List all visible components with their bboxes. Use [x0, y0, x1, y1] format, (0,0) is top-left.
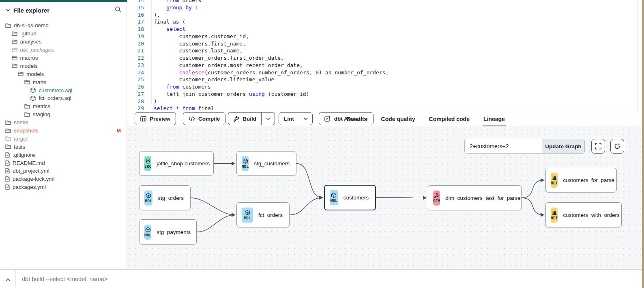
chevron-down-icon[interactable] [6, 9, 10, 12]
code-line-26[interactable]: 26 from customers [127, 83, 634, 91]
main-panel: 14 from orders15 group by 116),17final a… [127, 0, 642, 269]
tree-item-label: models [20, 63, 38, 69]
refresh-button[interactable] [610, 139, 624, 154]
code-line-17[interactable]: 17final as ( [127, 18, 634, 26]
editor-scrollbar-divider [637, 0, 638, 111]
node-badge-src: SRC [144, 156, 151, 171]
code-line-16[interactable]: 16), [127, 11, 634, 19]
tree-item-marts[interactable]: marts [0, 78, 127, 86]
code-line-19[interactable]: 19 customers.customer_id, [127, 33, 634, 40]
tree-item-label: .github [20, 30, 36, 37]
tab-results[interactable]: Results [346, 111, 368, 127]
preview-button[interactable]: Preview [135, 112, 176, 125]
compile-button[interactable]: Compile [183, 112, 225, 125]
build-dropdown[interactable] [261, 113, 275, 125]
model-cube-icon [30, 95, 36, 101]
badge-label: MDL [144, 233, 151, 237]
build-button[interactable]: Build [228, 113, 261, 125]
database-icon [145, 158, 151, 164]
folder-icon [12, 63, 17, 68]
code-line-24[interactable]: 24 coalesce(customer_orders.number_of_or… [127, 69, 634, 76]
tree-item-customers-sql[interactable]: customers.sql [0, 86, 127, 94]
tab-compiled-code[interactable]: Compiled code [428, 111, 470, 127]
git-modified-badge: M [116, 128, 121, 134]
lint-button[interactable]: Lint [279, 113, 299, 125]
edge-stg-payments-to-fct-orders [197, 215, 235, 232]
wrench-icon [233, 116, 239, 122]
code-line-25[interactable]: 25 customer_orders.lifetime_value [127, 76, 634, 83]
tree-item-analyses[interactable]: analyses [0, 38, 127, 46]
code-line-15[interactable]: 15 group by 1 [127, 4, 634, 11]
lineage-graph[interactable]: SRCjaffle_shop.customersMDLstg_customers… [127, 126, 642, 269]
tree-item-readme-md[interactable]: README.md [0, 159, 127, 167]
tree-item-db-sl-qs-demo[interactable]: db-sl-qs-demo [0, 22, 127, 30]
tree-item-dbt-project-yml[interactable]: dbt_project.yml [0, 167, 127, 175]
tree-item-gitignore[interactable]: .gitignore [0, 151, 127, 159]
lineage-node-customers[interactable]: MDLcustomers [324, 185, 376, 210]
tree-item-models[interactable]: models [0, 70, 127, 78]
graph-selector-group: Update Graph [464, 139, 585, 154]
node-badge-mdl: MDL [144, 225, 151, 240]
badge-label: MET [551, 181, 558, 185]
tree-item-label: metrics [33, 103, 50, 109]
code-line-18[interactable]: 18 select [127, 26, 634, 33]
build-button-group: Build [228, 112, 275, 125]
code-editor[interactable]: 14 from orders15 group by 116),17final a… [127, 0, 642, 111]
fullscreen-button[interactable] [591, 139, 605, 154]
lint-label: Lint [284, 116, 294, 122]
tree-item-package-lock-yml[interactable]: package-lock.yml [0, 175, 127, 183]
line-number: 23 [127, 62, 144, 69]
lineage-node-fct-orders[interactable]: MDLfct_orders [236, 202, 290, 227]
code-text: left join customer_orders using (custome… [144, 91, 309, 98]
result-tabs: Results Code quality Compiled code Linea… [346, 111, 506, 127]
update-graph-button[interactable]: Update Graph [542, 139, 584, 153]
tree-item-staging[interactable]: staging [0, 110, 127, 119]
file-explorer-header[interactable]: File explorer [0, 2, 127, 18]
expand-command-bar-button[interactable] [5, 276, 11, 283]
command-input[interactable] [22, 270, 225, 288]
tree-item-seeds[interactable]: seeds [0, 119, 127, 127]
lineage-node-customers-for-parse[interactable]: METcustomers_for_parse [545, 168, 617, 193]
code-line-20[interactable]: 20 customers.first_name, [127, 40, 634, 48]
tab-code-quality[interactable]: Code quality [380, 111, 416, 127]
line-number: 17 [127, 18, 144, 26]
file-icon [5, 160, 10, 166]
badge-label: MET [551, 216, 558, 220]
tree-item-fct-orders-sql[interactable]: fct_orders.sql [0, 94, 127, 102]
lineage-node-jaffle-shop-customers[interactable]: SRCjaffle_shop.customers [139, 151, 214, 176]
tree-item-metrics[interactable]: metrics [0, 102, 127, 110]
lineage-node-dim-customers-test-for-parse[interactable]: SEMdim_customers_test_for_parse [428, 185, 522, 210]
line-number: 22 [127, 54, 144, 62]
tree-item-dbt-packages[interactable]: dbt_packages [0, 46, 127, 54]
tree-item-target[interactable]: target [0, 134, 127, 143]
tree-item-models[interactable]: models [0, 62, 127, 70]
lint-button-group: Lint [279, 112, 313, 125]
semantic-model-icon [434, 193, 440, 198]
tree-item-packages-yml[interactable]: packages.yml [0, 183, 127, 191]
code-line-28[interactable]: 28) [127, 98, 634, 105]
metric-chart-icon [552, 210, 557, 215]
tree-item-github[interactable]: .github [0, 30, 127, 38]
code-line-14[interactable]: 14 from orders [127, 0, 634, 4]
lineage-node-stg-customers[interactable]: MDLstg_customers [236, 151, 296, 176]
code-line-27[interactable]: 27 left join customer_orders using (cust… [127, 91, 634, 98]
search-icon[interactable] [115, 6, 122, 15]
code-line-29[interactable]: 29select * from final [127, 105, 634, 111]
file-icon [5, 152, 10, 158]
tree-item-tests[interactable]: tests [0, 143, 127, 151]
lineage-node-customers-with-orders[interactable]: METcustomers_with_orders [545, 202, 622, 227]
badge-label: SRC [144, 164, 151, 169]
tab-lineage[interactable]: Lineage [483, 111, 506, 127]
lineage-node-stg-orders[interactable]: MDLstg_orders [139, 185, 191, 210]
tree-item-label: packages.yml [13, 184, 46, 190]
tree-item-snapshots[interactable]: snapshotsM [0, 127, 127, 135]
code-line-21[interactable]: 21 customers.last_name, [127, 47, 634, 54]
tree-item-macros[interactable]: macros [0, 54, 127, 62]
graph-selector-input[interactable] [465, 139, 542, 153]
lineage-node-stg-payments[interactable]: MDLstg_payments [139, 219, 197, 245]
tree-item-label: snapshots [14, 128, 39, 134]
lint-dropdown[interactable] [299, 113, 312, 125]
code-line-22[interactable]: 22 customer_orders.first_order_date, [127, 54, 634, 62]
dbt-ide-window: File explorer db-sl-qs-demo.githubanalys… [0, 0, 644, 288]
code-line-23[interactable]: 23 customer_orders.most_recent_order_dat… [127, 62, 634, 69]
